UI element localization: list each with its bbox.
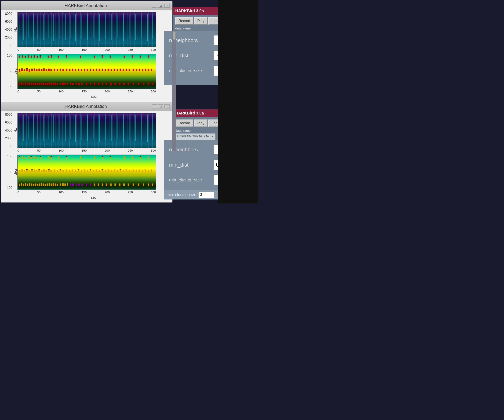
maximize-button-2[interactable]: □ (158, 104, 163, 108)
harkbird-title-text-1: HARKBird 3.0a (175, 9, 204, 13)
svg-rect-218 (132, 156, 133, 159)
window-2-title: HARKBird Annotation (20, 104, 152, 109)
svg-rect-73 (48, 69, 50, 69)
svg-rect-71 (46, 69, 47, 71)
svg-rect-109 (142, 69, 143, 71)
svg-rect-140 (60, 83, 61, 85)
svg-rect-65 (34, 68, 35, 71)
svg-rect-326 (132, 183, 134, 186)
close-button-2[interactable]: × (164, 104, 170, 108)
svg-rect-281 (21, 183, 22, 186)
svg-rect-316 (90, 183, 91, 186)
svg-rect-263 (108, 169, 109, 172)
svg-rect-130 (43, 83, 44, 85)
svg-rect-30 (25, 56, 26, 57)
svg-rect-136 (53, 83, 54, 85)
svg-rect-52 (132, 55, 133, 58)
svg-rect-97 (108, 69, 109, 71)
svg-rect-327 (138, 183, 139, 186)
min-cluster-row-1: min_cluster_size 4 (169, 65, 217, 76)
mini-cluster-input[interactable] (198, 192, 214, 198)
svg-rect-144 (70, 83, 71, 85)
svg-rect-92 (96, 69, 97, 71)
svg-rect-251 (78, 169, 79, 170)
svg-rect-39 (48, 56, 49, 58)
svg-rect-96 (105, 69, 106, 71)
record-button-1[interactable]: Record (175, 17, 193, 25)
svg-rect-291 (35, 183, 36, 186)
svg-rect-204 (40, 156, 41, 157)
svg-rect-38 (40, 55, 41, 56)
svg-rect-194 (22, 156, 23, 159)
svg-rect-319 (102, 183, 103, 186)
minimize-button-1[interactable]: _ (152, 4, 157, 8)
deg-label-2: deg (13, 154, 18, 190)
svg-rect-117 (23, 83, 24, 83)
dropdown-item-0[interactable]: df_separated_classified_classified.c ▲ (175, 134, 215, 138)
min-dist-label-2: min_dist (169, 162, 209, 168)
play-button-1[interactable]: Play (194, 17, 208, 25)
svg-rect-284 (25, 183, 26, 186)
svg-rect-274 (138, 169, 140, 172)
svg-rect-232 (36, 170, 37, 172)
svg-rect-314 (81, 183, 83, 186)
mini-input-row: min_cluster_size (164, 190, 222, 200)
deg-axis-2: 100 0 -100 (3, 154, 13, 190)
svg-rect-70 (43, 68, 45, 71)
window-2-controls[interactable]: _ □ × (152, 104, 170, 108)
min-cluster-label-2: min_cluster_size (169, 177, 209, 183)
svg-rect-270 (126, 169, 127, 172)
svg-rect-82 (72, 69, 73, 71)
svg-rect-239 (48, 169, 50, 170)
svg-rect-273 (136, 170, 137, 172)
svg-rect-44 (66, 55, 67, 56)
svg-rect-313 (78, 183, 80, 186)
svg-rect-302 (53, 183, 54, 186)
play-button-2[interactable]: Play (194, 119, 208, 127)
svg-rect-266 (117, 170, 118, 172)
harkbird-buttons-1: Record Play Localize Annotate (175, 17, 216, 25)
svg-rect-164 (148, 83, 149, 85)
svg-rect-275 (142, 170, 143, 172)
svg-rect-135 (51, 83, 52, 85)
svg-rect-81 (69, 69, 70, 71)
svg-rect-268 (120, 169, 121, 170)
svg-rect-125 (35, 83, 36, 85)
svg-rect-246 (66, 169, 67, 172)
svg-rect-41 (51, 55, 52, 56)
harkbird-title-2: HARKBird 3.0a (173, 109, 218, 117)
x-label-1: sec (18, 94, 170, 100)
svg-rect-134 (49, 83, 50, 85)
data-frame-label-2: data frame (175, 129, 216, 132)
deg-axis-1: 100 0 -100 (3, 54, 13, 89)
minimize-button-2[interactable]: _ (152, 104, 157, 108)
svg-rect-51 (124, 56, 125, 58)
svg-rect-205 (48, 156, 49, 159)
maximize-button-1[interactable]: □ (158, 4, 163, 8)
svg-rect-163 (143, 83, 144, 85)
svg-rect-104 (126, 69, 127, 71)
svg-rect-88 (87, 69, 88, 71)
svg-rect-212 (94, 156, 95, 159)
scrollbar-thumb-1[interactable] (173, 31, 175, 40)
close-button-1[interactable]: × (164, 4, 170, 8)
svg-rect-193 (19, 156, 20, 157)
data-frame-label-1: data frame (175, 27, 216, 30)
svg-rect-276 (145, 169, 146, 172)
svg-rect-231 (34, 169, 35, 172)
svg-rect-78 (60, 69, 61, 69)
svg-rect-107 (136, 69, 137, 71)
svg-rect-264 (111, 170, 112, 172)
svg-rect-244 (60, 169, 61, 170)
svg-rect-154 (102, 83, 103, 85)
svg-rect-296 (43, 183, 44, 186)
svg-rect-220 (140, 156, 141, 157)
svg-rect-197 (28, 156, 29, 159)
svg-rect-33 (31, 56, 32, 56)
svg-rect-328 (143, 183, 144, 186)
svg-rect-202 (37, 157, 38, 157)
record-button-2[interactable]: Record (175, 119, 193, 127)
window-1-controls[interactable]: _ □ × (152, 4, 170, 8)
svg-rect-36 (37, 56, 38, 57)
svg-rect-149 (81, 83, 83, 85)
